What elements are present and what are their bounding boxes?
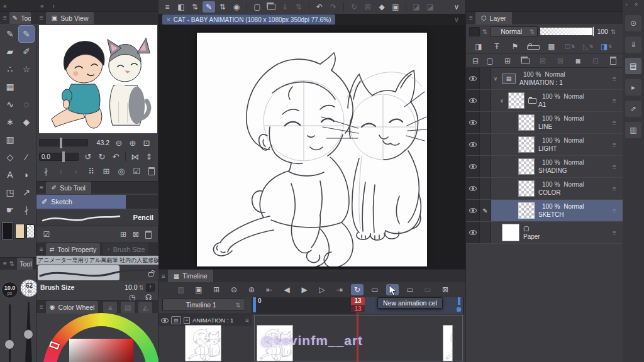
- history-back-icon[interactable]: ‹: [53, 3, 55, 9]
- icon[interactable]: [343, 3, 344, 11]
- layer-thumbnail[interactable]: [518, 202, 535, 219]
- track-menu-icon[interactable]: ≡: [245, 317, 249, 324]
- mixing-palette-tab-icon[interactable]: ◭: [138, 302, 152, 313]
- enable-mask-icon[interactable]: ⊡: [564, 41, 576, 52]
- timeline-selector[interactable]: Timeline 1 ⇅: [162, 299, 245, 311]
- layer-row-menu-icon[interactable]: [613, 119, 623, 126]
- collapse-mid-dock-icon[interactable]: «: [40, 3, 44, 9]
- colorwheel-tab[interactable]: ◉ Color Wheel: [46, 301, 99, 314]
- flip-canvas-spinner-icon[interactable]: ⇅: [189, 1, 201, 13]
- layer-row-a1[interactable]: 100 % Normal A1: [466, 90, 623, 112]
- new-timeline-icon[interactable]: ⊞: [210, 284, 223, 295]
- layer-thumbnail[interactable]: [508, 92, 525, 109]
- open-file-icon[interactable]: [265, 1, 277, 13]
- layer-visibility-toggle[interactable]: [466, 90, 480, 111]
- timeline-tab[interactable]: ▦ Timeline: [168, 270, 213, 282]
- save-spinner-icon[interactable]: ⇅: [292, 1, 305, 13]
- operation-tool[interactable]: ↗: [18, 184, 35, 201]
- lock-layer-icon[interactable]: [527, 45, 540, 50]
- new-layer-folder-icon[interactable]: [519, 55, 531, 67]
- fill-icon[interactable]: ◆: [375, 1, 388, 13]
- material-palette-icon[interactable]: ⇓: [625, 36, 641, 53]
- timeline-settings-icon[interactable]: ▣: [192, 284, 205, 295]
- delete-subtool-icon[interactable]: [142, 229, 155, 240]
- timeline-menu-icon[interactable]: ≡: [162, 273, 165, 280]
- command-bar-expand-icon[interactable]: ∨: [450, 1, 463, 13]
- colorwheel-menu-icon[interactable]: ≡: [40, 304, 43, 310]
- layer-visibility-toggle[interactable]: [466, 112, 480, 133]
- subview-tab[interactable]: ▣ Sub View: [46, 12, 94, 25]
- edit-check-icon[interactable]: ☑: [130, 165, 143, 177]
- next-image-icon[interactable]: ›: [69, 165, 83, 177]
- new-vector-layer-icon[interactable]: ⊞: [501, 55, 514, 67]
- subview-zoom-slider-knob[interactable]: [60, 138, 62, 148]
- duplicate-cel-icon[interactable]: ⊠: [439, 284, 452, 295]
- crop-icon[interactable]: ▣: [389, 1, 402, 13]
- capture-image-icon[interactable]: ◎: [114, 165, 128, 177]
- flip-canvas-icon[interactable]: ◧: [175, 1, 187, 13]
- layer-thumbnail[interactable]: [502, 74, 516, 84]
- onion-skin-icon[interactable]: ◉: [230, 1, 243, 13]
- layer-row-paper[interactable]: ▢ Paper: [466, 222, 623, 244]
- decoration-tool[interactable]: ☆: [18, 60, 35, 78]
- opacity-slider-knob[interactable]: [23, 329, 33, 339]
- layer-edit-cell[interactable]: [480, 222, 491, 243]
- brush-size-value[interactable]: 10.0: [125, 283, 137, 291]
- subtool-group-sketch[interactable]: ✐ Sketch: [36, 195, 126, 209]
- layer-row-line[interactable]: 100 % Normal LINE: [466, 112, 623, 134]
- icon[interactable]: [247, 3, 247, 11]
- layer-row-animation-1[interactable]: 100 % Normal ANIMATION : 1: [466, 68, 623, 90]
- color-wheel-tab-icon[interactable]: ▲: [103, 302, 117, 313]
- saturation-value-picker[interactable]: [69, 339, 133, 362]
- layer-menu-icon[interactable]: ≡: [469, 14, 473, 21]
- layer-edit-cell[interactable]: [480, 90, 491, 111]
- layer-row-menu-icon[interactable]: [613, 185, 623, 192]
- fill-tool[interactable]: ◆: [18, 113, 35, 131]
- brushsize-tab[interactable]: ◔ Brush Size: [103, 243, 148, 256]
- layer-row-shading[interactable]: 100 % Normal SHADING: [466, 156, 623, 178]
- layer-palette-icon[interactable]: ▤: [625, 58, 641, 74]
- reference-layer-icon[interactable]: Ŧ: [491, 41, 503, 52]
- partial-cel-thumbnail[interactable]: [443, 325, 453, 361]
- layer-edit-cell[interactable]: [480, 178, 491, 199]
- add-subtool-icon[interactable]: ⊞: [117, 229, 130, 240]
- layer-row-color[interactable]: 100 % Normal COLOR: [466, 178, 623, 200]
- icon[interactable]: [309, 3, 309, 11]
- cel-disabled-icon[interactable]: ▭: [421, 284, 434, 295]
- subview-image[interactable]: [39, 25, 157, 133]
- rotate-ccw-icon[interactable]: ↺: [81, 151, 95, 162]
- auto-eyedropper-icon[interactable]: ∤: [39, 165, 53, 177]
- layer-visibility-toggle[interactable]: [466, 134, 480, 155]
- slider-palette-tab[interactable]: Tool: [17, 258, 33, 270]
- drawing-canvas[interactable]: [197, 33, 427, 266]
- layer-edit-cell[interactable]: [480, 68, 491, 89]
- subtool-menu-icon[interactable]: ≡: [40, 184, 43, 191]
- brush-tool[interactable]: ✐: [18, 43, 35, 60]
- subview-menu-icon[interactable]: ≡: [40, 14, 43, 21]
- track-header-cel-thumbnail[interactable]: [185, 325, 221, 361]
- layer-row-menu-icon[interactable]: [613, 97, 623, 104]
- timeline-zoom-in-icon[interactable]: ⊕: [245, 284, 258, 295]
- flip-horizontal-icon[interactable]: ⋈: [128, 151, 142, 162]
- reset-rotation-icon[interactable]: ↶: [109, 151, 123, 162]
- mask-area-icon[interactable]: ◪: [410, 1, 423, 13]
- timeline-zoom-out-icon[interactable]: ⊖: [228, 284, 240, 295]
- new-file-icon[interactable]: ▢: [251, 1, 264, 13]
- animation-track-header[interactable]: ▤ + ANIMATION : 1 ≡: [158, 314, 252, 326]
- collapse-dock-icon[interactable]: «: [3, 3, 7, 9]
- thumbnail-size-spinner-icon[interactable]: ⇅: [482, 28, 487, 35]
- frame-border-tool[interactable]: ◳: [2, 184, 18, 201]
- subview-rotate-slider-knob[interactable]: [62, 151, 65, 162]
- palette-menu-icon[interactable]: ≡: [3, 14, 7, 21]
- loop-playback-icon[interactable]: ↻: [351, 284, 364, 295]
- merge-to-lower-icon[interactable]: ⊠: [554, 55, 567, 67]
- next-frame-icon[interactable]: ▷: [316, 284, 328, 295]
- pencil-tool[interactable]: ✎: [18, 25, 35, 43]
- layer-row-menu-icon[interactable]: [613, 163, 623, 170]
- text-tool[interactable]: A: [2, 166, 18, 184]
- figure-tool[interactable]: ▦: [2, 78, 18, 96]
- thumbnail-size-button[interactable]: [469, 27, 480, 36]
- color-slider-tab-icon[interactable]: ▤: [121, 302, 135, 313]
- play-icon[interactable]: ▶: [298, 284, 311, 295]
- create-layer-mask-icon[interactable]: ◙: [572, 55, 584, 67]
